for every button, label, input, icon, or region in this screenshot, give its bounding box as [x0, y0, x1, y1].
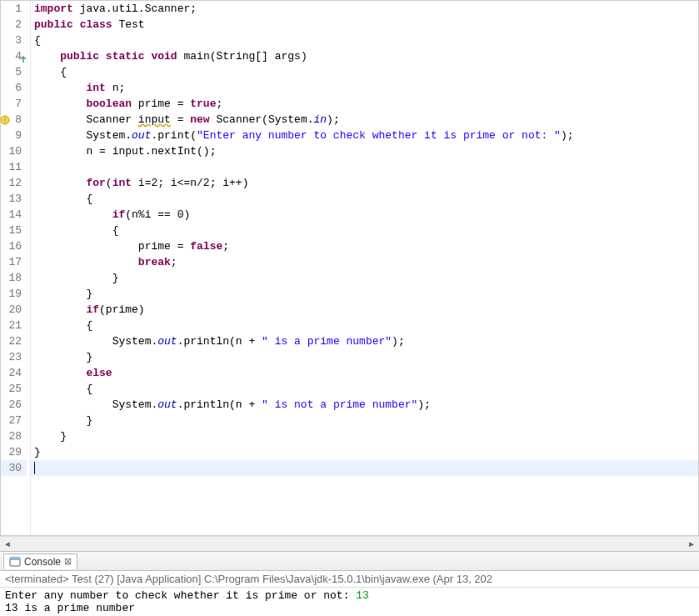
text-cursor: [34, 462, 35, 474]
line-number: 30: [1, 460, 27, 476]
warning-marker-icon: !: [0, 114, 9, 124]
line-number: 12: [1, 175, 27, 191]
line-number: 1: [1, 1, 27, 17]
scroll-left-icon[interactable]: ◄: [0, 537, 15, 552]
console-status-line: <terminated> Test (27) [Java Application…: [0, 571, 699, 588]
line-number: 29: [1, 444, 27, 460]
console-icon: [9, 556, 21, 568]
line-number: 17: [1, 254, 27, 270]
console-tab[interactable]: Console ⊠: [3, 553, 77, 569]
line-number: ! 8: [1, 112, 27, 128]
line-number: 11: [1, 159, 27, 175]
line-number: 6: [1, 80, 27, 96]
override-marker-icon: [17, 53, 27, 63]
code-editor[interactable]: 1 2 3 4 5 6 7 ! 8 9 10 11 12 13 14 15 16…: [0, 0, 699, 536]
line-number: 13: [1, 191, 27, 207]
scroll-right-icon[interactable]: ►: [684, 537, 699, 552]
console-output[interactable]: Enter any number to check whether it is …: [0, 588, 699, 616]
svg-rect-3: [10, 558, 20, 560]
line-number: 7: [1, 96, 27, 112]
line-number: 5: [1, 64, 27, 80]
line-number: 24: [1, 365, 27, 381]
line-number: 20: [1, 302, 27, 318]
line-number: 23: [1, 349, 27, 365]
line-number: 9: [1, 128, 27, 143]
horizontal-scrollbar[interactable]: ◄ ►: [0, 536, 699, 551]
line-number: 26: [1, 397, 27, 413]
line-number: 2: [1, 17, 27, 33]
line-number: 21: [1, 318, 27, 333]
svg-text:!: !: [2, 117, 7, 125]
console-tab-label: Console: [24, 556, 61, 568]
line-number: 28: [1, 428, 27, 444]
line-number: 4: [1, 48, 27, 64]
console-tab-bar: Console ⊠: [0, 551, 699, 571]
line-number: 18: [1, 270, 27, 286]
line-number: 10: [1, 143, 27, 159]
close-tab-icon[interactable]: ⊠: [64, 556, 72, 567]
console-prompt-text: Enter any number to check whether it is …: [5, 589, 356, 602]
line-number: 3: [1, 33, 27, 48]
line-number: 22: [1, 333, 27, 349]
line-number: 15: [1, 223, 27, 238]
line-number: 27: [1, 413, 27, 428]
console-result-text: 13 is a prime number: [5, 602, 135, 614]
code-text-area[interactable]: import java.util.Scanner; public class T…: [31, 1, 698, 535]
line-number: 14: [1, 207, 27, 223]
line-number: 25: [1, 381, 27, 397]
line-number-gutter: 1 2 3 4 5 6 7 ! 8 9 10 11 12 13 14 15 16…: [1, 1, 31, 535]
line-number: 19: [1, 286, 27, 302]
console-user-input: 13: [356, 589, 369, 602]
line-number: 16: [1, 238, 27, 254]
